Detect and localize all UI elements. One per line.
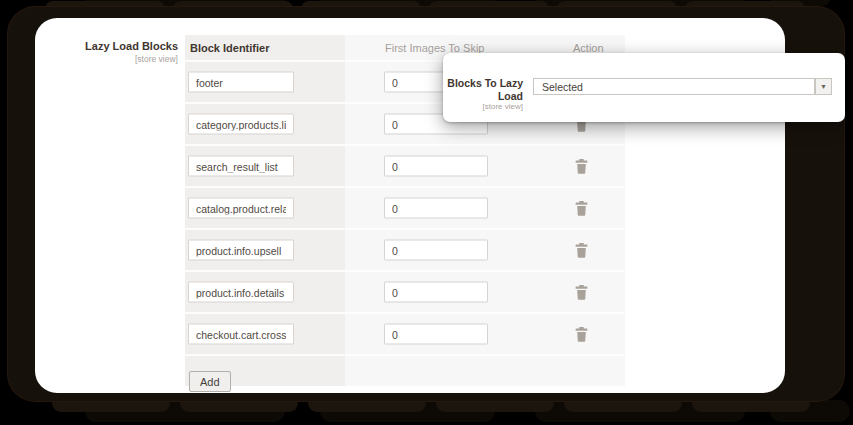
block-identifier-input[interactable] [188,72,294,93]
trash-icon [575,327,588,342]
block-identifier-input[interactable] [188,282,294,303]
field-label-text: Lazy Load Blocks [55,40,178,54]
blocks-to-lazy-load-select[interactable]: Selected [533,78,815,95]
trash-icon [575,285,588,300]
first-images-to-skip-input[interactable] [384,240,488,261]
column-header-action: Action [573,42,604,54]
delete-row-button[interactable] [571,283,591,301]
column-header-first-images-to-skip: First Images To Skip [385,42,484,54]
field-label-lazy-load-blocks: Lazy Load Blocks [store view] [55,40,178,65]
block-identifier-input[interactable] [188,240,294,261]
popover-field-label-text: Blocks To Lazy Load [443,77,523,102]
select-current-value: Selected [542,81,583,93]
delete-row-button[interactable] [571,241,591,259]
add-row: Add [185,354,625,402]
table-row [185,312,625,354]
field-scope: [store view] [55,54,178,65]
trash-icon [575,243,588,258]
block-identifier-input[interactable] [188,324,294,345]
delete-row-button[interactable] [571,157,591,175]
first-images-to-skip-input[interactable] [384,324,488,345]
table-row [185,144,625,186]
column-header-block-identifier: Block Identifier [190,42,269,54]
chevron-down-icon: ▼ [820,83,827,90]
blocks-to-lazy-load-popover: Blocks To Lazy Load [store view] Selecte… [443,53,845,122]
block-identifier-input[interactable] [188,156,294,177]
first-images-to-skip-input[interactable] [384,156,488,177]
trash-icon [575,159,588,174]
delete-row-button[interactable] [571,199,591,217]
first-images-to-skip-input[interactable] [384,282,488,303]
block-identifier-input[interactable] [188,198,294,219]
field-label-blocks-to-lazy-load: Blocks To Lazy Load [store view] [443,77,523,113]
first-images-to-skip-input[interactable] [384,198,488,219]
add-row-button[interactable]: Add [189,371,231,392]
table-row [185,270,625,312]
table-row [185,186,625,228]
table-row [185,228,625,270]
delete-row-button[interactable] [571,325,591,343]
select-dropdown-button[interactable]: ▼ [815,78,832,95]
trash-icon [575,201,588,216]
screenshot-canvas: Lazy Load Blocks [store view] Block Iden… [0,0,853,425]
popover-field-scope: [store view] [443,102,523,112]
block-identifier-input[interactable] [188,114,294,135]
